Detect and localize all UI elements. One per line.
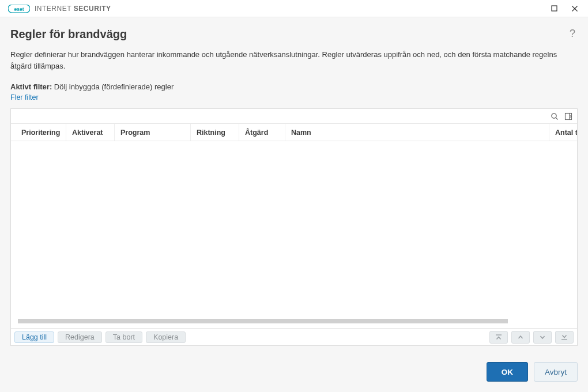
brand: eset INTERNET SECURITY	[8, 5, 111, 13]
footer-left-buttons: Lägg till Redigera Ta bort Kopiera	[14, 331, 186, 343]
col-direction[interactable]: Riktning	[191, 124, 239, 141]
col-name[interactable]: Namn	[285, 124, 549, 141]
panel-options-icon[interactable]	[563, 111, 574, 122]
active-filter-value: Dölj inbyggda (fördefinierade) regler	[54, 82, 174, 91]
copy-button: Kopiera	[146, 331, 186, 343]
move-top-button	[489, 331, 508, 344]
col-action[interactable]: Åtgärd	[239, 124, 285, 141]
dialog-buttons: OK Avbryt	[10, 362, 578, 382]
svg-point-5	[552, 114, 556, 118]
svg-line-6	[556, 118, 557, 119]
move-up-button	[511, 331, 530, 344]
delete-button: Ta bort	[105, 331, 142, 343]
col-program[interactable]: Program	[115, 124, 191, 141]
title-bar: eset INTERNET SECURITY	[0, 0, 588, 17]
move-down-button	[533, 331, 552, 344]
table-body	[11, 141, 577, 328]
maximize-button[interactable]	[544, 1, 564, 16]
close-button[interactable]	[565, 1, 585, 16]
footer-right-buttons	[489, 331, 574, 344]
move-bottom-button	[555, 331, 574, 344]
panel-top-toolbar	[11, 109, 577, 124]
active-filter: Aktivt filter: Dölj inbyggda (fördefinie…	[10, 82, 578, 91]
content-area: Regler för brandvägg ? Regler definierar…	[0, 17, 588, 392]
col-priority[interactable]: Prioritering	[11, 124, 66, 141]
more-filters-link[interactable]: Fler filter	[10, 93, 578, 101]
col-count[interactable]: Antal ti	[549, 124, 577, 141]
svg-rect-7	[566, 113, 572, 119]
add-button[interactable]: Lägg till	[14, 331, 54, 343]
active-filter-label: Aktivt filter:	[10, 82, 52, 91]
search-icon[interactable]	[549, 111, 560, 122]
rules-panel: Prioritering Aktiverat Program Riktning …	[10, 108, 578, 346]
svg-text:eset: eset	[14, 6, 24, 12]
help-icon[interactable]: ?	[567, 28, 578, 40]
table-header: Prioritering Aktiverat Program Riktning …	[11, 124, 577, 141]
eset-logo: eset	[8, 5, 30, 13]
window-controls	[544, 1, 585, 16]
cancel-button[interactable]: Avbryt	[534, 362, 578, 382]
panel-footer: Lägg till Redigera Ta bort Kopiera	[11, 328, 577, 345]
brand-text: INTERNET SECURITY	[35, 5, 111, 13]
edit-button: Redigera	[58, 331, 102, 343]
page-title: Regler för brandvägg	[10, 28, 127, 41]
horizontal-scrollbar[interactable]	[18, 319, 508, 323]
col-enabled[interactable]: Aktiverat	[66, 124, 115, 141]
svg-rect-2	[552, 6, 557, 11]
page-description: Regler definierar hur brandväggen hanter…	[10, 49, 578, 72]
ok-button[interactable]: OK	[487, 362, 528, 382]
page-header: Regler för brandvägg ?	[10, 28, 578, 49]
